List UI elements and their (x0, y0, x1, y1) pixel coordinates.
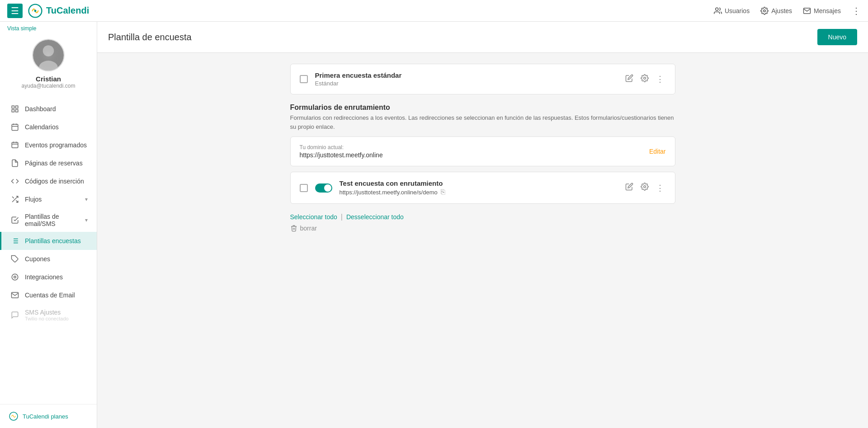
bulk-actions: Seleccionar todo | Desseleccionar todo (290, 213, 675, 221)
sidebar-navigation: Dashboard Calendarios Eventos programado… (0, 96, 97, 404)
sidebar-label-dashboard: Dashboard (25, 105, 56, 113)
survey1-edit-icon[interactable] (623, 72, 635, 86)
grid-icon (10, 104, 19, 113)
sidebar-item-calendarios[interactable]: Calendarios (0, 118, 97, 136)
copy-icon[interactable]: ⎘ (441, 188, 445, 196)
survey2-actions: ⋮ (623, 181, 666, 195)
mail-icon (10, 291, 19, 300)
mensajes-nav-item[interactable]: Mensajes (803, 7, 841, 15)
vista-simple-link[interactable]: Vista simple (0, 22, 97, 33)
code-icon (10, 177, 19, 186)
survey1-info: Primera encuesta estándar Estándar (315, 71, 616, 87)
clock-icon (10, 141, 19, 150)
sidebar: Vista simple Cristian ayuda@tucalendi.co… (0, 22, 97, 428)
survey2-checkbox[interactable] (300, 184, 308, 192)
sidebar-item-cuentas-email[interactable]: Cuentas de Email (0, 286, 97, 304)
routing-section-desc: Formularios con redirecciones a los even… (290, 113, 675, 131)
sidebar-label-eventos: Eventos programados (25, 141, 87, 149)
usuarios-nav-item[interactable]: Usuarios (714, 7, 750, 15)
usuarios-label: Usuarios (725, 7, 750, 14)
deselect-all-button[interactable]: Desseleccionar todo (346, 213, 404, 221)
sidebar-label-plantillas-email: Plantillas de email/SMS (25, 213, 80, 227)
sidebar-label-plantillas-encuestas: Plantillas encuestas (25, 237, 81, 245)
svg-point-34 (643, 186, 646, 188)
survey1-title: Primera encuesta estándar (315, 71, 616, 79)
survey1-settings-icon[interactable] (639, 72, 651, 86)
avatar (32, 39, 65, 71)
select-all-button[interactable]: Seleccionar todo (290, 213, 337, 221)
sidebar-item-paginas-reservas[interactable]: Páginas de reservas (0, 154, 97, 172)
content-area: Primera encuesta estándar Estándar ⋮ For… (279, 53, 686, 243)
svg-rect-12 (12, 124, 18, 131)
sidebar-item-integraciones[interactable]: Integraciones (0, 268, 97, 286)
tag-icon (10, 254, 19, 263)
domain-label: Tu dominio actual: (300, 144, 383, 151)
sidebar-label-codigos: Códigos de inserción (25, 178, 84, 185)
sidebar-profile: Cristian ayuda@tucalendi.com (0, 33, 97, 96)
nuevo-button[interactable]: Nuevo (817, 29, 857, 45)
routing-section-label: Formularios de enrutamiento (290, 103, 675, 112)
top-nav: ☰ TuCalendi Usuarios Ajustes (0, 0, 868, 22)
survey2-more-icon[interactable]: ⋮ (654, 181, 666, 195)
survey2-toggle-wrap[interactable] (315, 183, 332, 193)
sidebar-label-cupones: Cupones (25, 255, 50, 263)
sidebar-item-eventos-programados[interactable]: Eventos programados (0, 136, 97, 154)
logo-icon (28, 4, 42, 18)
svg-rect-11 (16, 110, 18, 112)
logo[interactable]: TuCalendi (28, 4, 89, 18)
sidebar-item-dashboard[interactable]: Dashboard (0, 100, 97, 118)
profile-email: ayuda@tucalendi.com (22, 83, 75, 89)
sidebar-item-codigos[interactable]: Códigos de inserción (0, 172, 97, 190)
survey-card-2: Test encuesta con enrutamiento https://j… (290, 172, 675, 204)
survey2-info: Test encuesta con enrutamiento https://j… (340, 179, 616, 196)
logo-text: TuCalendi (46, 5, 89, 16)
domain-card: Tu dominio actual: https://justtotest.me… (290, 136, 675, 166)
sidebar-label-cuentas-email: Cuentas de Email (25, 292, 75, 299)
survey1-checkbox[interactable] (300, 75, 308, 83)
more-options-icon[interactable]: ⋮ (852, 5, 861, 16)
borrar-label: borrar (300, 225, 317, 232)
svg-point-2 (716, 8, 718, 10)
sidebar-item-plantillas-email[interactable]: Plantillas de email/SMS ▾ (0, 208, 97, 232)
sidebar-label-integraciones: Integraciones (25, 273, 63, 281)
svg-point-1 (34, 9, 37, 12)
domain-url: https://justtotest.meetfy.online (300, 151, 383, 159)
svg-rect-9 (16, 106, 18, 108)
chevron-down-icon: ▾ (85, 196, 88, 202)
editar-button[interactable]: Editar (649, 148, 666, 155)
survey2-edit-icon[interactable] (623, 181, 635, 195)
page-title: Plantilla de encuesta (108, 32, 192, 42)
profile-name: Cristian (36, 75, 61, 83)
svg-point-31 (12, 274, 18, 280)
tucalendi-planes-link[interactable]: TuCalendi planes (9, 410, 88, 423)
planes-label: TuCalendi planes (23, 413, 68, 420)
survey2-title: Test encuesta con enrutamiento (340, 179, 616, 187)
ajustes-nav-item[interactable]: Ajustes (760, 7, 792, 15)
svg-point-33 (643, 77, 646, 79)
sidebar-label-flujos: Flujos (25, 196, 42, 203)
sidebar-item-cupones[interactable]: Cupones (0, 250, 97, 268)
svg-point-3 (764, 9, 766, 12)
check-icon (10, 216, 19, 225)
sidebar-label-calendarios: Calendarios (25, 123, 59, 131)
mensajes-label: Mensajes (814, 7, 841, 14)
survey2-url: https://justtotest.meetfy.online/s/demo … (340, 188, 616, 196)
calendar-icon (10, 122, 19, 132)
borrar-button[interactable]: borrar (290, 225, 317, 232)
svg-point-7 (33, 40, 64, 71)
hamburger-icon[interactable]: ☰ (7, 4, 23, 18)
tucalendi-logo-icon (9, 412, 18, 421)
main-content: Plantilla de encuesta Nuevo Primera encu… (97, 22, 868, 428)
ajustes-label: Ajustes (771, 7, 792, 14)
sidebar-bottom: TuCalendi planes (0, 404, 97, 428)
survey2-toggle[interactable] (315, 183, 332, 193)
sidebar-item-plantillas-encuestas[interactable]: Plantillas encuestas (0, 232, 97, 250)
survey1-more-icon[interactable]: ⋮ (654, 72, 666, 86)
survey2-settings-icon[interactable] (639, 181, 651, 195)
survey1-actions: ⋮ (623, 72, 666, 86)
separator: | (341, 213, 343, 221)
ajustes-icon (760, 7, 769, 15)
sidebar-item-sms-ajustes[interactable]: SMS Ajustes Twilio no conectado (0, 304, 97, 326)
sidebar-item-flujos[interactable]: Flujos ▾ (0, 190, 97, 208)
trash-icon (290, 225, 297, 232)
